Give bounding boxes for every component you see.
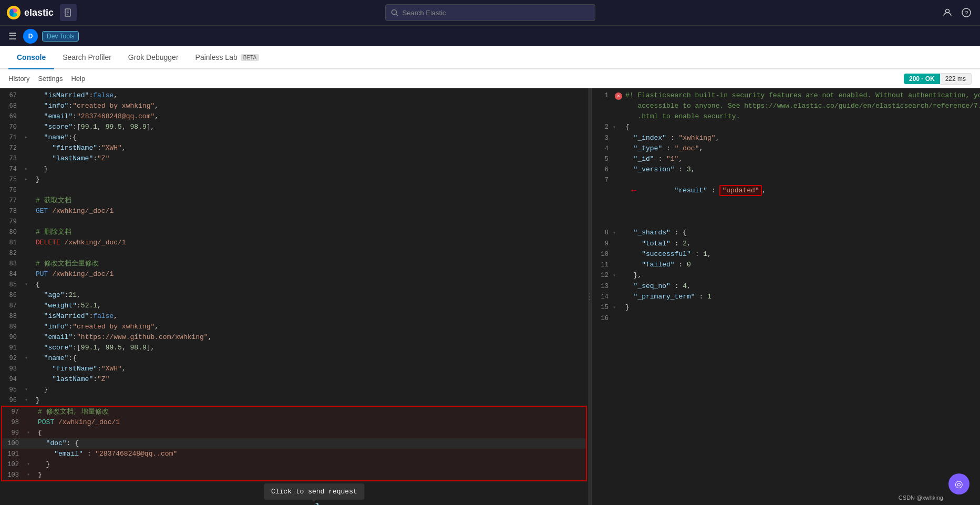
search-placeholder: Search Elastic (403, 9, 446, 17)
tab-painless-lab[interactable]: Painless Lab BETA (187, 46, 268, 69)
table-row: 90 "email":"https://www.github.com/xwhki… (0, 332, 588, 343)
table-row: 80 # 删除文档 (0, 227, 588, 238)
table-row: 87 "weight":52.1, (0, 301, 588, 311)
sub-tab-help[interactable]: Help (71, 75, 85, 83)
table-row: 81 DELETE /xwhking/_doc/1 (0, 238, 588, 248)
result-highlight: "updated" (719, 185, 761, 196)
sub-tabs-container: History Settings Help 200 - OK 222 ms (0, 69, 980, 88)
table-row: 82 (0, 248, 588, 259)
table-row: 99 ▾ { (2, 428, 586, 438)
svg-point-8 (391, 10, 396, 15)
table-row: 4 "_type" : "_doc", (592, 143, 980, 154)
table-row: 13 "_seq_no" : 4, (592, 281, 980, 292)
send-request-tooltip: Click to send request (264, 483, 365, 500)
table-row: 11 "failed" : 0 (592, 260, 980, 270)
tooltip-area: Click to send request ▶ 🔧 (0, 481, 588, 505)
table-row: 15 ▾ } (592, 302, 980, 313)
tabs-bar: Console Search Profiler Grok Debugger Pa… (0, 46, 980, 69)
top-nav: elastic Search Elastic ? (0, 0, 980, 25)
table-row: 94 "lastName":"Z" (0, 374, 588, 385)
table-row: .html to enable security. (592, 111, 980, 122)
table-row: 68 "info":"created by xwhking", (0, 101, 588, 111)
response-panel: 1 ✕ #! Elasticsearch built-in security f… (591, 88, 980, 505)
global-search[interactable]: Search Elastic (385, 4, 595, 21)
editor-content: 67 "isMarried":false, 68 "info":"created… (0, 88, 588, 505)
table-row: 2 ▾ { (592, 122, 980, 133)
table-row: 85 ▾ { (0, 280, 588, 290)
user-icon[interactable] (940, 5, 955, 20)
svg-point-3 (9, 9, 14, 16)
table-row: 10 "successful" : 1, (592, 249, 980, 260)
sub-tab-history[interactable]: History (8, 75, 29, 83)
table-row: 95 ▾ } (0, 385, 588, 395)
second-nav: ☰ D Dev Tools (0, 25, 980, 46)
tab-console[interactable]: Console (8, 46, 54, 69)
table-row: 74 ▸ } (0, 164, 588, 174)
editor-panel[interactable]: 67 "isMarried":false, 68 "info":"created… (0, 88, 588, 505)
table-row: 70 "score":[99.1, 99.5, 98.9], (0, 122, 588, 132)
table-row: 97 # 修改文档, 增量修改 (2, 407, 586, 417)
table-row: 83 # 修改文档全量修改 (0, 259, 588, 269)
table-row: 102 ▾ } (2, 459, 586, 470)
chat-icon-button[interactable]: ◎ (948, 473, 969, 494)
table-row: 5 "_id" : "1", (592, 154, 980, 164)
help-icon[interactable]: ? (959, 5, 974, 20)
table-row: 9 "total" : 2, (592, 239, 980, 249)
table-row: 96 ▾ } (0, 395, 588, 406)
table-row: 69 "email":"2837468248@qq.com", (0, 111, 588, 122)
main-area: 67 "isMarried":false, 68 "info":"created… (0, 88, 980, 505)
tab-grok-debugger[interactable]: Grok Debugger (120, 46, 187, 69)
table-row: 77 # 获取文档 (0, 195, 588, 206)
table-row: 84 PUT /xwhking/_doc/1 (0, 269, 588, 280)
table-row: 78 GET /xwhking/_doc/1 (0, 206, 588, 217)
tab-search-profiler[interactable]: Search Profiler (54, 46, 120, 69)
svg-text:?: ? (965, 10, 968, 16)
highlighted-request-block: 97 # 修改文档, 增量修改 98 POST /xwhking/_doc/1 … (1, 406, 587, 481)
table-row: 89 "info":"created by xwhking", (0, 322, 588, 332)
send-request-tooltip-container: Click to send request ▶ 🔧 (264, 483, 365, 505)
table-row: 98 POST /xwhking/_doc/1 (2, 417, 586, 428)
table-row: 8 ▾ "_shards" : { (592, 228, 980, 239)
table-row: 92 ▾ "name":{ (0, 353, 588, 364)
table-row: 71 ▸ "name":{ (0, 132, 588, 143)
status-code: 200 - OK (904, 74, 940, 84)
play-button[interactable]: ▶ (304, 502, 310, 505)
status-container: 200 - OK 222 ms (904, 73, 972, 85)
beta-badge: BETA (241, 54, 259, 61)
table-row: 79 (0, 217, 588, 227)
table-row: 75 ▸ } (0, 174, 588, 185)
table-row: 103 ▾ } (2, 470, 586, 480)
logo-text: elastic (24, 7, 54, 18)
table-row: 100 "doc": { (2, 438, 586, 449)
table-row: 14 "_primary_term" : 1 (592, 292, 980, 302)
status-time: 222 ms (940, 73, 972, 85)
hamburger-button[interactable]: ☰ (6, 28, 19, 44)
table-row: 6 "_version" : 3, (592, 164, 980, 175)
table-row: 73 "lastName":"Z" (0, 153, 588, 164)
watermark: CSDN @xwhking (899, 494, 943, 501)
response-content: 1 ✕ #! Elasticsearch built-in security f… (592, 88, 980, 505)
table-row: 76 (0, 185, 588, 195)
nav-right-icons: ? (940, 5, 974, 20)
table-row: 93 "firstName":"XWH", (0, 364, 588, 374)
table-row: 67 "isMarried":false, (0, 90, 588, 101)
table-row: 3 "_index" : "xwhking", (592, 133, 980, 143)
sub-tabs: History Settings Help (8, 75, 85, 83)
error-indicator: ✕ (615, 92, 622, 100)
table-row: 12 ▾ }, (592, 270, 980, 281)
dev-tools-badge[interactable]: Dev Tools (42, 31, 79, 42)
red-arrow-indicator: ← (592, 175, 636, 207)
table-row: 86 "age":21, (0, 290, 588, 301)
svg-line-9 (396, 14, 398, 16)
table-row: 1 ✕ #! Elasticsearch built-in security f… (592, 90, 980, 101)
table-row: 72 "firstName":"XWH", (0, 143, 588, 153)
nav-doc-icon[interactable] (60, 4, 77, 21)
table-row: 101 "email" : "2837468248@qq..com" (2, 449, 586, 459)
elastic-logo[interactable]: elastic (6, 5, 54, 20)
user-avatar[interactable]: D (23, 29, 38, 44)
sub-tab-settings[interactable]: Settings (38, 75, 63, 83)
table-row: accessible to anyone. See https://www.el… (592, 101, 980, 111)
table-row: 88 "isMarried":false, (0, 311, 588, 322)
table-row: 16 (592, 313, 980, 324)
table-row: 91 "score":[99.1, 99.5, 98.9], (0, 343, 588, 353)
